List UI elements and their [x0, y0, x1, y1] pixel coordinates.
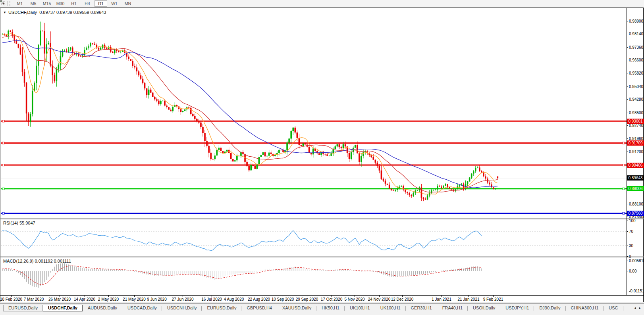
date-axis-label: 9 Feb 2021 [483, 297, 503, 302]
price-tick: 0.95820 [629, 71, 644, 75]
price-tick: 0.94280 [629, 97, 644, 102]
macd-tick: 0.00 [629, 269, 637, 273]
timeframe-button-group: M1M5M15M30H1H4D1W1MN [13, 0, 135, 7]
level-handle[interactable] [623, 142, 625, 144]
chart-tab-usdcnh-daily[interactable]: USDCNH,Daily [162, 305, 202, 311]
date-axis-label: 16 Jul 2020 [201, 297, 222, 302]
date-axis-label: 1 Jan 2021 [432, 297, 451, 302]
chart-menu-triangle-icon[interactable]: ▼ [3, 11, 6, 14]
macd-label: MACD(12,26,9) 0.001192 0.001111 [3, 259, 71, 263]
line-studies-button[interactable]: ▾ [0, 0, 6, 6]
date-axis-label: 4 Aug 2020 [224, 297, 244, 302]
price-level-badge: 0.89006 [627, 186, 644, 191]
level-handle[interactable] [2, 120, 4, 122]
date-axis-label: 10 Sep 2020 [272, 297, 294, 302]
timeframe-button-h1[interactable]: H1 [67, 0, 80, 7]
chart-ohlc-values: 0.89737 0.89739 0.89559 0.89643 [39, 10, 106, 15]
chart-tab-usdcad-daily[interactable]: USDCAD,Daily [122, 305, 162, 311]
price-tick: 0.91200 [629, 150, 644, 154]
chart-tab-audusd-daily[interactable]: AUDUSD,Daily [83, 305, 122, 311]
rsi-tick: 30 [629, 244, 634, 248]
chart-tab-gbpusd-h4[interactable]: GBPUSD,H4 [241, 305, 277, 311]
chart-tabs: EURUSD,DailyUSDCHF,DailyAUDUSD,DailyUSDC… [3, 303, 623, 311]
price-tick: 0.96600 [629, 58, 644, 62]
price-level-badge: 0.87560 [627, 211, 644, 216]
date-axis-label: 18 Feb 2020 [0, 297, 22, 302]
level-handle[interactable] [2, 188, 4, 190]
price-tick: 0.88100 [629, 202, 644, 206]
date-axis-label: 14 Apr 2020 [74, 297, 95, 302]
rsi-tick: 70 [629, 229, 634, 234]
chart-tab-usc[interactable]: USC [604, 305, 623, 311]
tab-scroll-arrows: ◂ ▸ [632, 303, 644, 312]
chart-tab-dj30-daily[interactable]: DJ30,Daily [534, 305, 565, 311]
chart-tab-fra40-h1[interactable]: FRA40,H1 [437, 305, 468, 311]
chart-symbol-label: USDCHF,Daily [8, 10, 37, 15]
date-axis-label: 9 Jun 2020 [147, 297, 167, 302]
timeframe-button-m15[interactable]: M15 [40, 0, 53, 7]
level-handle[interactable] [623, 212, 625, 214]
date-axis-label: 12 Dec 2020 [391, 297, 414, 302]
tab-scroll-right-icon[interactable]: ▸ [637, 306, 642, 310]
timeframe-button-h4[interactable]: H4 [81, 0, 94, 7]
macd-tick: 0.005818 [629, 259, 644, 263]
chart-tab-bar: EURUSD,DailyUSDCHF,DailyAUDUSD,DailyUSDC… [0, 303, 644, 315]
timeframe-button-w1[interactable]: W1 [108, 0, 121, 7]
price-tick: 0.93500 [629, 111, 644, 115]
rsi-label: RSI(14) 55.9047 [3, 221, 35, 225]
rsi-tick: 100 [629, 219, 636, 223]
price-tick: 0.92740 [629, 123, 644, 128]
timeframe-button-m5[interactable]: M5 [27, 0, 40, 7]
toolbar-grip[interactable] [10, 1, 12, 6]
date-axis-label: 21 Jan 2021 [457, 297, 479, 302]
price-tick: 0.98900 [629, 19, 644, 23]
level-handle[interactable] [623, 188, 625, 190]
timeframe-button-m1[interactable]: M1 [13, 0, 26, 7]
macd-tick: -0.011514 [629, 289, 644, 293]
chart-tab-eurusd-daily[interactable]: EURUSD,Daily [3, 305, 43, 311]
date-axis-label: 24 Nov 2020 [368, 297, 391, 302]
tab-scroll-left-icon[interactable]: ◂ [632, 306, 638, 310]
date-axis-label: 22 Aug 2020 [248, 297, 270, 302]
date-axis-label: 27 Jun 2020 [172, 297, 193, 302]
date-axis-label: 21 May 2020 [123, 297, 146, 302]
chart-tab-uk100-h1[interactable]: UK100,H1 [345, 305, 375, 311]
level-handle[interactable] [2, 212, 4, 214]
chart-tab-ger30-h1[interactable]: GER30,H1 [406, 305, 437, 311]
price-tick: 0.98140 [629, 32, 644, 36]
price-level-badge: 0.90406 [627, 163, 644, 168]
price-tick: 0.97360 [629, 45, 644, 50]
date-axis-label: 26 Mar 2020 [48, 297, 71, 302]
chart-tab-hk50-h1[interactable]: HK50,H1 [316, 305, 345, 311]
level-handle[interactable] [623, 164, 625, 166]
toolbar-separator [7, 1, 8, 6]
current-price-badge: 0.89643 [627, 175, 644, 181]
rsi-tick: 0 [629, 254, 631, 259]
date-axis-label: 7 Mar 2020 [24, 297, 44, 302]
chart-canvas: 0.989000.981400.973600.966000.958200.950… [0, 0, 644, 315]
line-studies-icon [0, 0, 6, 6]
price-level-badge: 0.91709 [627, 140, 644, 146]
mt4-workspace: 0.989000.981400.973600.966000.958200.950… [0, 0, 644, 315]
level-handle[interactable] [2, 164, 4, 166]
chart-tab-usdjpy-h1[interactable]: USDJPY,H1 [500, 305, 534, 311]
date-axis-label: 5 Nov 2020 [344, 297, 364, 302]
toolbar: ▾ M1M5M15M30H1H4D1W1MN [0, 0, 644, 7]
chart-tab-uk100-h1[interactable]: UK100,H1 [375, 305, 406, 311]
chart-tab-usdchf-daily[interactable]: USDCHF,Daily [43, 305, 83, 311]
timeframe-button-d1[interactable]: D1 [94, 0, 107, 7]
chart-tab-xauusd-daily[interactable]: XAUUSD,Daily [277, 305, 316, 311]
chart-title: ▼USDCHF,Daily 0.89737 0.89739 0.89559 0.… [3, 10, 106, 15]
price-level-badge: 0.93001 [627, 119, 644, 124]
toolbar-separator [136, 1, 136, 6]
date-axis-label: 29 Sep 2020 [296, 297, 318, 302]
chart-tab-eurusd-daily[interactable]: EURUSD,Daily [202, 305, 241, 311]
timeframe-button-m30[interactable]: M30 [54, 0, 67, 7]
price-tick: 0.95040 [629, 85, 644, 89]
date-axis-label: 2 May 2020 [98, 297, 119, 302]
level-handle[interactable] [2, 142, 4, 144]
timeframe-button-mn[interactable]: MN [121, 0, 134, 7]
chart-tab-china300-h1[interactable]: CHINA300,H1 [566, 305, 604, 311]
date-axis-label: 17 Oct 2020 [321, 297, 342, 302]
chart-tab-usoil-daily[interactable]: USOil,Daily [468, 305, 500, 311]
